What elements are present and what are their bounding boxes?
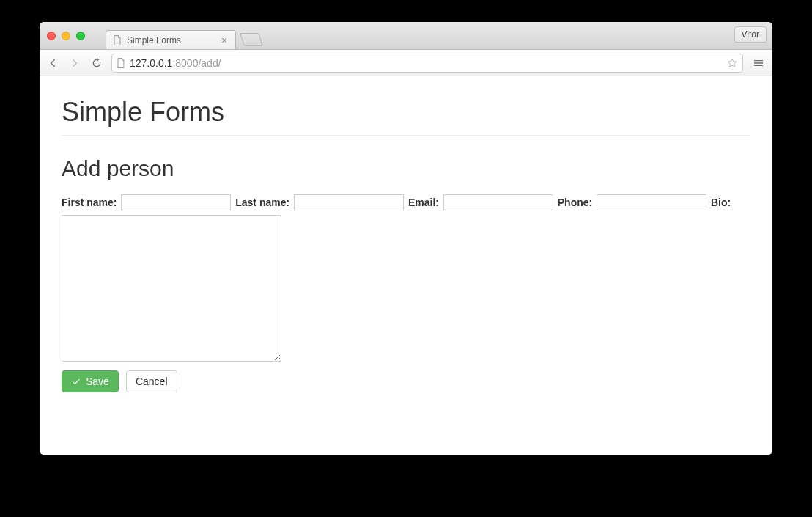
minimize-window-button[interactable] — [62, 32, 70, 40]
page-viewport: Simple Forms Add person First name: Last… — [40, 76, 772, 455]
tab-title: Simple Forms — [127, 35, 181, 45]
bio-label: Bio: — [711, 197, 731, 208]
url-text: 127.0.0.1:8000/add/ — [130, 57, 221, 69]
browser-tab[interactable]: Simple Forms × — [106, 30, 236, 49]
divider — [62, 135, 750, 136]
new-tab-button[interactable] — [240, 33, 263, 46]
email-label: Email: — [408, 197, 439, 208]
close-tab-icon[interactable]: × — [219, 35, 229, 45]
address-bar[interactable]: 127.0.0.1:8000/add/ — [111, 54, 743, 73]
hamburger-menu-icon[interactable] — [750, 55, 767, 71]
form: First name: Last name: Email: Phone: Bio… — [62, 194, 750, 362]
file-icon — [112, 35, 122, 45]
window-controls — [40, 32, 85, 40]
site-title: Simple Forms — [62, 97, 750, 128]
bio-textarea[interactable] — [62, 215, 281, 362]
save-button[interactable]: Save — [62, 370, 119, 392]
url-host: 127.0.0.1 — [130, 57, 172, 69]
close-window-button[interactable] — [47, 32, 56, 40]
first-name-field[interactable] — [121, 194, 231, 210]
check-icon — [71, 376, 81, 386]
phone-label: Phone: — [558, 197, 592, 208]
email-field[interactable] — [443, 194, 553, 210]
page-heading: Add person — [62, 156, 750, 181]
cancel-button-label: Cancel — [136, 375, 168, 387]
zoom-window-button[interactable] — [76, 32, 85, 40]
phone-field[interactable] — [597, 194, 706, 210]
form-actions: Save Cancel — [62, 370, 750, 392]
bookmark-star-icon[interactable] — [726, 57, 738, 69]
titlebar: Simple Forms × Vitor — [40, 22, 772, 50]
file-icon — [117, 58, 125, 68]
toolbar: 127.0.0.1:8000/add/ — [40, 50, 772, 76]
url-rest: :8000/add/ — [172, 57, 221, 69]
forward-button[interactable] — [67, 56, 82, 70]
last-name-label: Last name: — [235, 197, 289, 208]
cancel-button[interactable]: Cancel — [126, 370, 177, 392]
save-button-label: Save — [86, 375, 109, 387]
back-button[interactable] — [45, 56, 60, 70]
browser-window: Simple Forms × Vitor 127.0.0.1:8000/add/ — [40, 22, 772, 455]
last-name-field[interactable] — [294, 194, 404, 210]
first-name-label: First name: — [62, 197, 117, 208]
profile-chip[interactable]: Vitor — [734, 26, 767, 43]
reload-button[interactable] — [89, 56, 104, 70]
tabstrip: Simple Forms × — [106, 22, 261, 49]
